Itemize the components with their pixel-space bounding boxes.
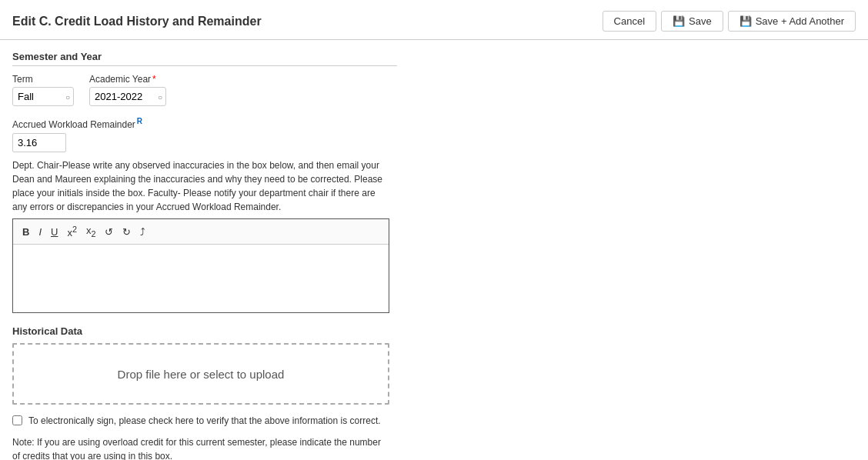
term-select-wrapper[interactable]: Fall Spring Summer	[12, 87, 74, 106]
academic-year-select-wrapper[interactable]: 2021-2022 2020-2021 2019-2020	[89, 87, 166, 106]
page-title: Edit C. Credit Load History and Remainde…	[12, 15, 262, 28]
term-label: Term	[12, 74, 74, 85]
verify-checkbox[interactable]	[12, 415, 22, 425]
bold-button[interactable]: B	[19, 225, 32, 239]
required-star: *	[152, 74, 156, 85]
page-header: Edit C. Credit Load History and Remainde…	[0, 0, 868, 40]
underline-button[interactable]: U	[48, 225, 61, 239]
verify-text: To electronically sign, please check her…	[28, 414, 381, 428]
italic-button[interactable]: I	[35, 225, 45, 239]
subscript-button[interactable]: x2	[83, 223, 99, 240]
academic-year-select[interactable]: 2021-2022 2020-2021 2019-2020	[89, 87, 166, 106]
redo-button[interactable]: ↻	[119, 225, 134, 239]
term-select[interactable]: Fall Spring Summer	[12, 87, 74, 106]
save-button[interactable]: 💾 Save	[661, 11, 723, 32]
verify-row: To electronically sign, please check her…	[12, 414, 389, 428]
instruction-text: Dept. Chair-Please write any observed in…	[12, 158, 389, 214]
semester-year-section-label: Semester and Year	[12, 51, 397, 66]
save-add-button[interactable]: 💾 Save + Add Another	[728, 11, 856, 32]
save-icon: 💾	[673, 15, 685, 27]
note-text: Note: If you are using overload credit f…	[12, 435, 389, 460]
main-content: Semester and Year Term Fall Spring Summe…	[0, 40, 868, 460]
editor-toolbar: B I U x2 x2 ↺ ↻ ⤴	[13, 219, 389, 245]
academic-year-label: Academic Year*	[89, 74, 166, 85]
drop-zone-text: Drop file here or select to upload	[118, 368, 285, 381]
accrued-input[interactable]	[12, 133, 66, 152]
academic-year-group: Academic Year* 2021-2022 2020-2021 2019-…	[89, 74, 166, 106]
undo-button[interactable]: ↺	[102, 225, 116, 239]
historical-section: Historical Data Drop file here or select…	[12, 325, 856, 405]
header-buttons: Cancel 💾 Save 💾 Save + Add Another	[603, 11, 856, 32]
semester-year-row: Term Fall Spring Summer Academic Year* 2…	[12, 74, 856, 106]
note-section: Note: If you are using overload credit f…	[12, 435, 389, 460]
historical-label: Historical Data	[12, 325, 856, 337]
rich-text-editor: B I U x2 x2 ↺ ↻ ⤴	[12, 218, 389, 313]
accrued-label: Accrued Workload RemainderR	[12, 117, 856, 130]
required-r-badge: R	[137, 117, 142, 125]
editor-textarea[interactable]	[13, 245, 389, 310]
accrued-section: Accrued Workload RemainderR Dept. Chair-…	[12, 117, 856, 313]
cancel-button[interactable]: Cancel	[603, 11, 656, 32]
term-group: Term Fall Spring Summer	[12, 74, 74, 106]
expand-button[interactable]: ⤴	[137, 225, 149, 239]
save-add-icon: 💾	[739, 15, 752, 27]
file-drop-zone[interactable]: Drop file here or select to upload	[12, 343, 389, 405]
superscript-button[interactable]: x2	[64, 223, 80, 240]
